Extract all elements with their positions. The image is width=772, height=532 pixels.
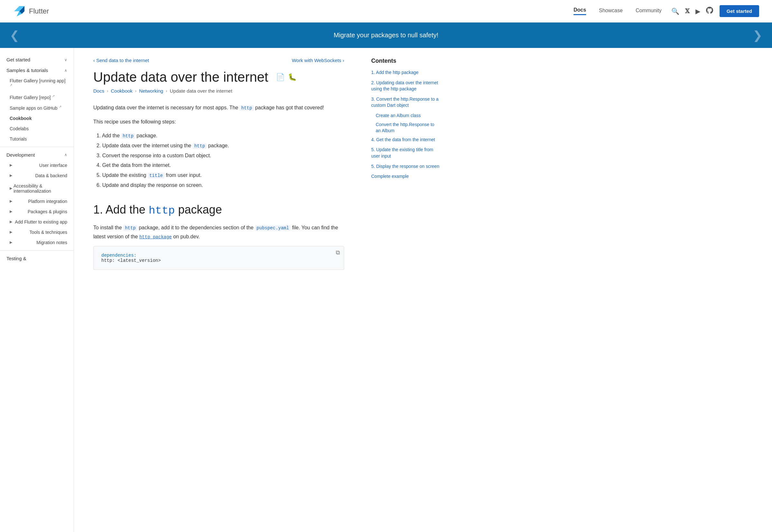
- recipe-intro-text: This recipe uses the following steps:: [93, 117, 344, 126]
- breadcrumb-sep-1: ›: [107, 88, 108, 93]
- sidebar-item-development[interactable]: Development ∧: [0, 150, 74, 160]
- toc-item-5a: 5. Update the existing title from user i…: [371, 147, 439, 159]
- next-page-link[interactable]: Work with WebSockets ›: [292, 58, 344, 63]
- toc-link-5a[interactable]: 5. Update the existing title from user i…: [371, 147, 433, 159]
- sidebar-item-tools-techniques[interactable]: ▶ Tools & techniques: [0, 227, 74, 237]
- sidebar-item-get-started[interactable]: Get started ∨: [0, 54, 74, 65]
- data-backend-arrow: ▶: [10, 173, 12, 178]
- list-item: 5. Update the existing title from user i…: [97, 171, 344, 180]
- sidebar-divider: [0, 147, 74, 147]
- code-line-1: dependencies:: [101, 253, 336, 258]
- breadcrumb-sep-2: ›: [135, 88, 136, 93]
- code-block: ⧉ dependencies: http: <latest_version>: [93, 246, 344, 270]
- sidebar-item-tutorials[interactable]: Tutorials: [0, 134, 74, 144]
- flutter-logo-icon: [13, 5, 26, 18]
- sidebar-item-testing[interactable]: Testing &: [0, 253, 74, 264]
- toc-link-3a[interactable]: Create an Album class: [376, 113, 421, 118]
- sidebar-item-accessibility[interactable]: ▶ Accessibility & internationalization: [0, 181, 74, 196]
- add-flutter-arrow: ▶: [10, 220, 12, 224]
- doc-icon[interactable]: 📄: [276, 73, 285, 81]
- toc-item-3b: Convert the http.Response to an Album: [371, 122, 439, 134]
- github-icon[interactable]: [706, 7, 713, 15]
- twitter-icon[interactable]: 𝕏: [685, 8, 690, 15]
- toc-link-2[interactable]: 2. Updating data over the internet using…: [371, 80, 438, 92]
- sidebar-item-gallery-app[interactable]: Flutter Gallery [running app] ↗: [0, 76, 74, 92]
- header-icons: 🔍 𝕏 ▶: [671, 7, 713, 15]
- nav-docs[interactable]: Docs: [574, 7, 586, 15]
- copy-button[interactable]: ⧉: [336, 250, 340, 256]
- sidebar-item-samples[interactable]: Samples & tutorials ∧: [0, 65, 74, 76]
- accessibility-arrow: ▶: [10, 186, 12, 190]
- sidebar-item-sample-apps[interactable]: Sample apps on GitHub ↗: [0, 102, 74, 113]
- section1-heading: 1. Add the http package: [93, 203, 344, 217]
- toc-item-2: 2. Updating data over the internet using…: [371, 80, 439, 92]
- sidebar-item-gallery-repo[interactable]: Flutter Gallery [repo] ↗: [0, 92, 74, 103]
- prev-page-link[interactable]: ‹ Send data to the internet: [93, 58, 149, 63]
- list-item: 6. Update and display the response on sc…: [97, 181, 344, 190]
- logo-text: Flutter: [29, 7, 49, 15]
- sidebar-item-codelabs[interactable]: Codelabs: [0, 124, 74, 134]
- toc-sidebar: Contents 1. Add the http package 2. Upda…: [363, 48, 447, 532]
- sidebar-item-packages-plugins[interactable]: ▶ Packages & plugins: [0, 206, 74, 217]
- list-item: 2. Update data over the internet using t…: [97, 141, 344, 151]
- breadcrumb-networking[interactable]: Networking: [139, 88, 163, 94]
- platform-arrow: ▶: [10, 199, 12, 203]
- banner-left-arrow[interactable]: ❮: [10, 29, 19, 42]
- nav-community[interactable]: Community: [636, 8, 662, 15]
- page-title: Update data over the internet 📄 🐛: [93, 69, 344, 85]
- next-arrow: ›: [341, 58, 344, 63]
- development-chevron: ∧: [64, 152, 67, 157]
- step2-code: http: [193, 143, 207, 149]
- s1-http-package-link[interactable]: http package: [139, 234, 172, 240]
- sidebar-item-user-interface[interactable]: ▶ User interface: [0, 160, 74, 170]
- toc-link-1[interactable]: 1. Add the http package: [371, 70, 418, 75]
- page-layout: Get started ∨ Samples & tutorials ∧ Flut…: [0, 48, 772, 532]
- toc-link-3b[interactable]: Convert the http.Response to an Album: [376, 122, 434, 133]
- intro-section: Updating data over the internet is neces…: [93, 103, 344, 190]
- toc-link-complete[interactable]: Complete example: [371, 174, 409, 179]
- toc-item-1: 1. Add the http package: [371, 69, 439, 76]
- toc-link-4[interactable]: 4. Get the data from the internet: [371, 137, 435, 142]
- user-interface-arrow: ▶: [10, 163, 12, 167]
- s1-http-code: http: [123, 225, 137, 231]
- sidebar-item-data-backend[interactable]: ▶ Data & backend: [0, 170, 74, 181]
- breadcrumb: Docs › Cookbook › Networking › Update da…: [93, 88, 344, 94]
- youtube-icon[interactable]: ▶: [695, 7, 700, 15]
- breadcrumb-cookbook[interactable]: Cookbook: [111, 88, 133, 94]
- sidebar-item-add-flutter[interactable]: ▶ Add Flutter to existing app: [0, 217, 74, 227]
- toc-item-complete: Complete example: [371, 173, 439, 180]
- toc-link-3[interactable]: 3. Convert the http.Response to a custom…: [371, 96, 438, 108]
- toc-title: Contents: [371, 58, 439, 64]
- list-item: 4. Get the data from the internet.: [97, 161, 344, 170]
- nav-showcase[interactable]: Showcase: [599, 8, 623, 15]
- packages-arrow: ▶: [10, 209, 12, 214]
- main-nav: Docs Showcase Community: [574, 7, 662, 15]
- samples-chevron: ∧: [64, 68, 67, 73]
- bug-icon[interactable]: 🐛: [288, 73, 297, 81]
- sidebar-divider-2: [0, 250, 74, 251]
- banner-text: Migrate your packages to null safety!: [334, 32, 438, 39]
- banner-right-arrow[interactable]: ❯: [753, 29, 762, 42]
- sidebar: Get started ∨ Samples & tutorials ∧ Flut…: [0, 48, 74, 532]
- header: Flutter Docs Showcase Community 🔍 𝕏 ▶ Ge…: [0, 0, 772, 23]
- logo-link[interactable]: Flutter: [13, 5, 49, 18]
- sidebar-item-cookbook[interactable]: Cookbook: [0, 113, 74, 124]
- migration-arrow: ▶: [10, 240, 12, 244]
- sidebar-item-platform-integration[interactable]: ▶ Platform integration: [0, 196, 74, 206]
- breadcrumb-docs[interactable]: Docs: [93, 88, 104, 94]
- section1-text: To install the http package, add it to t…: [93, 223, 344, 241]
- banner: ❮ Migrate your packages to null safety! …: [0, 23, 772, 48]
- search-icon[interactable]: 🔍: [671, 7, 679, 15]
- step1-code: http: [121, 133, 135, 139]
- toc-link-5b[interactable]: 5. Display the response on screen: [371, 164, 439, 169]
- intro-text: Updating data over the internet is neces…: [93, 103, 344, 112]
- title-icons: 📄 🐛: [276, 73, 297, 81]
- toc-item-3: 3. Convert the http.Response to a custom…: [371, 96, 439, 109]
- intro-http-code: http: [240, 105, 254, 111]
- prev-arrow: ‹: [93, 58, 96, 63]
- breadcrumb-current: Update data over the internet: [170, 88, 232, 94]
- tools-arrow: ▶: [10, 230, 12, 234]
- get-started-button[interactable]: Get started: [720, 5, 759, 17]
- sidebar-item-migration-notes[interactable]: ▶ Migration notes: [0, 237, 74, 248]
- main-content: ‹ Send data to the internet Work with We…: [74, 48, 363, 532]
